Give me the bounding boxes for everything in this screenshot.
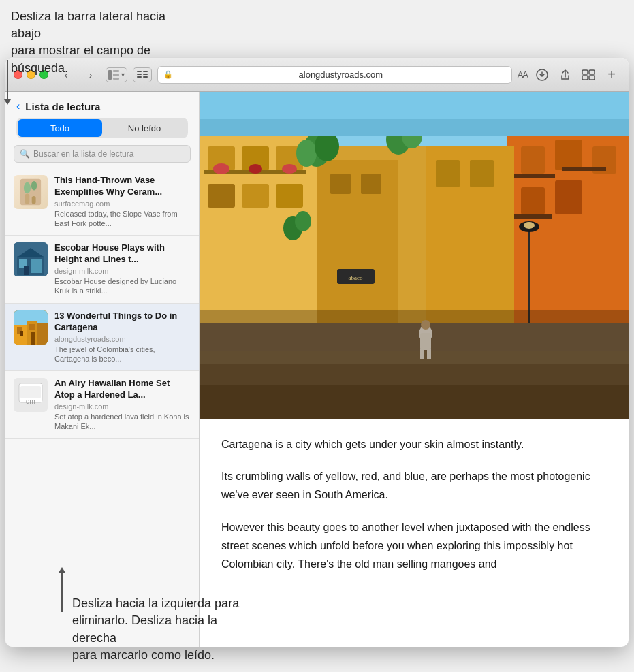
item-text: Escobar House Plays with Height and Line… [54,242,191,295]
list-item[interactable]: This Hand-Thrown Vase Exemplifies Why Ce… [5,168,199,236]
svg-rect-60 [521,187,545,214]
svg-point-92 [295,211,311,231]
svg-point-67 [524,222,535,229]
vase-image [17,178,44,206]
item-preview: Released today, the Slope Vase from East… [54,209,191,229]
filter-all-button[interactable]: Todo [18,119,102,137]
svg-rect-32 [29,324,35,330]
hawaii-image: dm [14,378,48,412]
url-text: alongdustyroads.com [176,69,506,80]
search-placeholder: Buscar en la lista de lectura [33,149,133,159]
article-body: Cartagena is a city which gets under you… [200,419,629,603]
share-button[interactable] [556,66,574,84]
search-icon: 🔍 [20,149,30,159]
svg-rect-15 [20,179,41,206]
item-domain: alongdustyroads.com [54,335,191,343]
content-area: ‹ Lista de lectura Todo No leído 🔍 Busca… [5,92,629,647]
svg-rect-71 [361,174,381,194]
svg-rect-62 [514,174,555,178]
item-title: Escobar House Plays with Height and Line… [54,242,191,266]
svg-point-17 [31,181,37,190]
cartagena-image [14,310,48,345]
reading-list: This Hand-Thrown Vase Exemplifies Why Ce… [5,168,199,647]
annotation-bottom-text: Desliza hacia la izquierda para eliminar… [72,596,239,662]
search-bar[interactable]: 🔍 Buscar en la lista de lectura [14,145,191,163]
item-thumbnail [14,242,48,276]
annotation-bottom: Desliza hacia la izquierda para eliminar… [61,587,255,672]
item-thumbnail [14,310,48,345]
svg-rect-12 [589,70,595,74]
svg-rect-38 [20,386,41,398]
svg-rect-73 [470,160,494,187]
sidebar-header: ‹ Lista de lectura [5,92,199,118]
svg-rect-25 [24,266,29,275]
item-title: This Hand-Thrown Vase Exemplifies Why Ce… [54,175,191,198]
list-item[interactable]: dm An Airy Hawaiian Home Set Atop a Hard… [5,371,199,438]
annotation-top: Desliza la barra lateral hacia abajo par… [0,0,194,85]
item-thumbnail: dm [14,378,48,412]
filter-buttons: Todo No leído [16,118,188,138]
svg-rect-63 [562,167,606,171]
item-domain: design-milk.com [54,267,191,275]
svg-rect-48 [276,184,303,208]
svg-rect-18 [25,194,30,204]
svg-rect-34 [20,331,23,336]
tabs-icon [582,69,595,80]
sidebar-title: Lista de lectura [25,101,100,112]
svg-rect-58 [555,140,582,170]
main-content: abaco [200,92,629,647]
svg-rect-30 [37,323,48,345]
item-preview: Set atop a hardened lava field in Kona i… [54,412,191,432]
text-size-button[interactable]: AA [518,69,528,80]
item-text: This Hand-Thrown Vase Exemplifies Why Ce… [54,175,191,228]
item-title: An Airy Hawaiian Home Set Atop a Hardene… [54,378,191,401]
svg-rect-11 [582,70,588,74]
article-paragraph: Its crumbling walls of yellow, red, and … [221,467,607,504]
svg-text:dm: dm [26,398,35,405]
svg-rect-33 [31,332,35,345]
download-button[interactable] [533,66,551,84]
svg-rect-61 [555,180,582,214]
share-icon [559,69,571,81]
sidebar: ‹ Lista de lectura Todo No leído 🔍 Busca… [5,92,200,647]
item-preview: Escobar House designed by Luciano Kruk i… [54,276,191,296]
svg-rect-70 [330,174,351,194]
svg-rect-46 [208,184,235,208]
svg-rect-94 [200,92,629,119]
svg-rect-14 [589,76,595,80]
svg-rect-95 [200,310,629,419]
address-bar[interactable]: 🔒 alongdustyroads.com [157,66,512,84]
svg-rect-57 [521,146,545,174]
item-domain: design-milk.com [54,402,191,411]
svg-rect-72 [436,160,460,187]
svg-point-52 [213,163,229,174]
svg-point-87 [296,140,317,167]
tabs-button[interactable] [580,66,597,84]
filter-unread-button[interactable]: No leído [102,119,187,137]
svg-rect-19 [32,196,36,204]
toolbar-icons: + [533,66,620,84]
item-domain: surfacemag.com [54,199,191,208]
list-item[interactable]: 13 Wonderful Things to Do in Cartagena a… [5,304,199,371]
item-title: 13 Wonderful Things to Do in Cartagena [54,310,191,334]
item-text: 13 Wonderful Things to Do in Cartagena a… [54,310,191,364]
download-icon [536,69,548,81]
svg-rect-47 [242,184,269,208]
article-paragraph: Cartagena is a city which gets under you… [221,435,607,453]
annotation-top-text: Desliza la barra lateral hacia abajo par… [11,10,165,75]
article-hero-image: abaco [200,92,629,419]
arrow-top-indicator [7,60,8,101]
svg-rect-64 [514,214,552,219]
item-thumbnail [14,175,48,209]
article-paragraph: However this beauty goes to another leve… [221,518,607,574]
list-item[interactable]: Escobar House Plays with Height and Line… [5,236,199,303]
svg-point-16 [24,182,31,194]
sidebar-back-button[interactable]: ‹ [16,100,20,112]
svg-rect-13 [582,76,588,80]
svg-rect-23 [31,259,42,273]
svg-point-53 [249,164,262,174]
item-preview: The jewel of Colombia's cities, Cartagen… [54,345,191,364]
house-image [14,242,48,276]
add-tab-button[interactable]: + [603,66,620,84]
browser-window: ‹ › ▾ 🔒 alongdustyroads.com [5,58,629,647]
